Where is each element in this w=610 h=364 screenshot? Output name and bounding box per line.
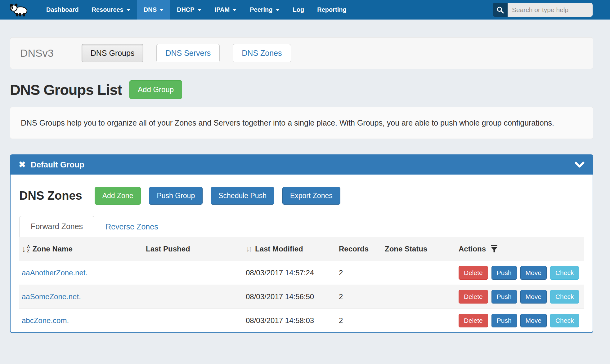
push-button[interactable]: Push xyxy=(491,290,517,304)
zones-table: ↓AZ Zone Name Last Pushed ↓↑ Last Modifi… xyxy=(19,237,584,332)
actions-cell: Delete Push Move Check xyxy=(456,309,584,332)
nav-item-dhcp[interactable]: DHCP xyxy=(170,0,208,20)
description-text: DNS Groups help you to organize all of y… xyxy=(21,117,582,129)
description-box: DNS Groups help you to organize all of y… xyxy=(10,107,593,139)
zones-actions-row: DNS Zones Add Zone Push Group Schedule P… xyxy=(19,187,584,205)
main-nav: Dashboard Resources DNS DHCP IPAM Peerin… xyxy=(40,0,353,20)
dns-zones-button[interactable]: DNS Zones xyxy=(233,44,291,62)
move-button[interactable]: Move xyxy=(520,290,547,304)
check-button[interactable]: Check xyxy=(550,266,579,280)
dns-servers-button[interactable]: DNS Servers xyxy=(156,44,220,62)
group-panel-title: Default Group xyxy=(31,160,84,170)
zone-name-link[interactable]: aaAnotherZone.net. xyxy=(22,269,87,277)
caret-down-icon xyxy=(159,9,164,11)
search-input[interactable] xyxy=(508,3,593,17)
table-row: aaSomeZone.net. 08/03/2017 14:56:50 2 De… xyxy=(19,285,584,309)
nav-label: DHCP xyxy=(177,6,195,13)
zone-name-cell: aaAnotherZone.net. xyxy=(19,261,143,285)
nav-label: Dashboard xyxy=(46,6,78,13)
nav-label: Peering xyxy=(250,6,272,13)
push-button[interactable]: Push xyxy=(491,266,517,280)
export-zones-button[interactable]: Export Zones xyxy=(282,187,340,205)
push-group-button[interactable]: Push Group xyxy=(149,187,203,205)
records-cell: 2 xyxy=(336,285,382,309)
zone-name-link[interactable]: aaSomeZone.net. xyxy=(22,292,81,301)
dnsv3-title: DNSv3 xyxy=(20,47,54,59)
nav-item-dns[interactable]: DNS xyxy=(137,0,170,20)
schedule-push-button[interactable]: Schedule Push xyxy=(211,187,274,205)
dnsv3-toolbar: DNSv3 DNS Groups DNS Servers DNS Zones xyxy=(10,37,593,69)
zones-tabs: Forward Zones Reverse Zones xyxy=(19,216,584,237)
caret-down-icon xyxy=(197,9,202,11)
page-title: DNS Groups List xyxy=(10,81,122,98)
panda-logo[interactable] xyxy=(9,3,29,17)
actions-cell: Delete Push Move Check xyxy=(456,261,584,285)
nav-item-ipam[interactable]: IPAM xyxy=(208,0,244,20)
column-header-actions[interactable]: Actions xyxy=(456,237,584,261)
column-label: Records xyxy=(339,245,369,253)
nav-label: IPAM xyxy=(215,6,230,13)
remove-group-icon[interactable]: ✖ xyxy=(19,161,26,169)
search-button[interactable] xyxy=(493,3,508,17)
caret-down-icon xyxy=(232,9,237,11)
move-button[interactable]: Move xyxy=(520,314,547,327)
top-navbar: Dashboard Resources DNS DHCP IPAM Peerin… xyxy=(0,0,610,20)
add-group-button[interactable]: Add Group xyxy=(129,80,182,99)
zone-status-cell xyxy=(382,285,456,309)
records-cell: 2 xyxy=(336,261,382,285)
delete-button[interactable]: Delete xyxy=(459,290,488,304)
zone-status-cell xyxy=(382,261,456,285)
dns-zones-heading: DNS Zones xyxy=(19,189,82,202)
column-label: Zone Status xyxy=(385,245,427,253)
nav-label: Resources xyxy=(92,6,123,13)
column-header-zone-status[interactable]: Zone Status xyxy=(382,237,456,261)
search-icon xyxy=(496,6,504,14)
table-row: aaAnotherZone.net. 08/03/2017 14:57:24 2… xyxy=(19,261,584,285)
nav-item-log[interactable]: Log xyxy=(286,0,311,20)
page-title-row: DNS Groups List Add Group xyxy=(10,80,593,99)
group-panel-body: DNS Zones Add Zone Push Group Schedule P… xyxy=(11,175,593,332)
column-header-records[interactable]: Records xyxy=(336,237,382,261)
check-button[interactable]: Check xyxy=(550,314,579,327)
nav-label: DNS xyxy=(144,6,157,13)
push-button[interactable]: Push xyxy=(491,314,517,327)
column-label: Actions xyxy=(459,245,486,253)
default-group-panel: ✖ Default Group DNS Zones Add Zone Push … xyxy=(10,154,593,333)
last-pushed-cell xyxy=(143,261,243,285)
nav-label: Reporting xyxy=(317,6,346,13)
column-header-zone-name[interactable]: ↓AZ Zone Name xyxy=(19,237,143,261)
nav-item-resources[interactable]: Resources xyxy=(85,0,137,20)
check-button[interactable]: Check xyxy=(550,290,579,304)
tab-forward-zones[interactable]: Forward Zones xyxy=(19,216,94,237)
column-header-last-modified[interactable]: ↓↑ Last Modified xyxy=(243,237,336,261)
column-label: Last Modified xyxy=(255,245,303,253)
filter-icon[interactable] xyxy=(491,245,498,253)
chevron-down-icon[interactable] xyxy=(575,162,585,168)
nav-item-dashboard[interactable]: Dashboard xyxy=(40,0,85,20)
zone-name-cell: aaSomeZone.net. xyxy=(19,285,143,309)
delete-button[interactable]: Delete xyxy=(459,314,488,327)
nav-item-reporting[interactable]: Reporting xyxy=(311,0,353,20)
dns-groups-button[interactable]: DNS Groups xyxy=(82,44,144,62)
column-label: Last Pushed xyxy=(146,245,190,253)
zone-name-link[interactable]: abcZone.com. xyxy=(22,316,69,325)
records-cell: 2 xyxy=(336,309,382,332)
add-zone-button[interactable]: Add Zone xyxy=(95,187,141,205)
zone-name-cell: abcZone.com. xyxy=(19,309,143,332)
move-button[interactable]: Move xyxy=(520,266,547,280)
last-pushed-cell xyxy=(143,309,243,332)
tab-reverse-zones[interactable]: Reverse Zones xyxy=(94,216,169,237)
group-panel-header[interactable]: ✖ Default Group xyxy=(11,155,593,175)
last-modified-cell: 08/03/2017 14:57:24 xyxy=(243,261,336,285)
delete-button[interactable]: Delete xyxy=(459,266,488,280)
table-row: abcZone.com. 08/03/2017 14:58:03 2 Delet… xyxy=(19,309,584,332)
caret-down-icon xyxy=(276,9,280,11)
nav-item-peering[interactable]: Peering xyxy=(243,0,286,20)
table-header-row: ↓AZ Zone Name Last Pushed ↓↑ Last Modifi… xyxy=(19,237,584,261)
sort-alpha-asc-icon: ↓AZ xyxy=(22,245,30,253)
last-pushed-cell xyxy=(143,285,243,309)
navbar-search xyxy=(493,3,593,17)
last-modified-cell: 08/03/2017 14:56:50 xyxy=(243,285,336,309)
column-header-last-pushed[interactable]: Last Pushed xyxy=(143,237,243,261)
actions-cell: Delete Push Move Check xyxy=(456,285,584,309)
